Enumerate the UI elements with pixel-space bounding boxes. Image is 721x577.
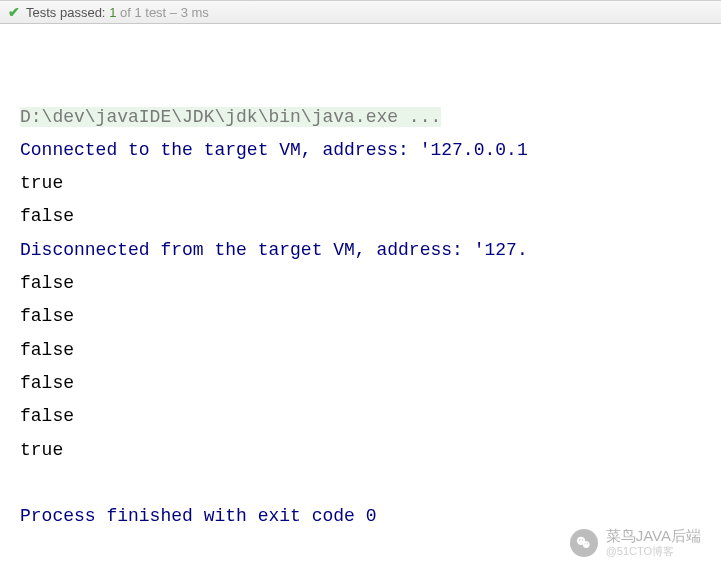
command-line: D:\dev\javaIDE\JDK\jdk\bin\java.exe ...	[20, 107, 441, 127]
check-icon: ✔	[8, 4, 20, 20]
console-line: false	[20, 334, 721, 367]
tests-rest-text: of 1 test – 3 ms	[116, 5, 209, 20]
console-line: false	[20, 200, 721, 233]
console-line: false	[20, 300, 721, 333]
console-line: true	[20, 434, 721, 467]
console-line: true	[20, 167, 721, 200]
console-output[interactable]: D:\dev\javaIDE\JDK\jdk\bin\java.exe ...C…	[0, 24, 721, 567]
console-line: false	[20, 367, 721, 400]
console-line: false	[20, 267, 721, 300]
svg-point-3	[582, 540, 583, 541]
svg-point-5	[587, 543, 588, 544]
svg-point-2	[579, 540, 580, 541]
svg-point-1	[583, 541, 590, 548]
console-line: Connected to the target VM, address: '12…	[20, 134, 721, 167]
tests-label: Tests passed:	[26, 5, 106, 20]
console-line	[20, 467, 721, 500]
watermark: 菜鸟JAVA后端 @51CTO博客	[570, 528, 701, 560]
watermark-main: 菜鸟JAVA后端	[606, 528, 701, 545]
svg-point-4	[584, 543, 585, 544]
watermark-sub: @51CTO博客	[606, 544, 701, 559]
wechat-icon	[570, 529, 598, 557]
console-line: false	[20, 400, 721, 433]
test-status-bar: ✔ Tests passed: 1 of 1 test – 3 ms	[0, 0, 721, 24]
console-line: Disconnected from the target VM, address…	[20, 234, 721, 267]
